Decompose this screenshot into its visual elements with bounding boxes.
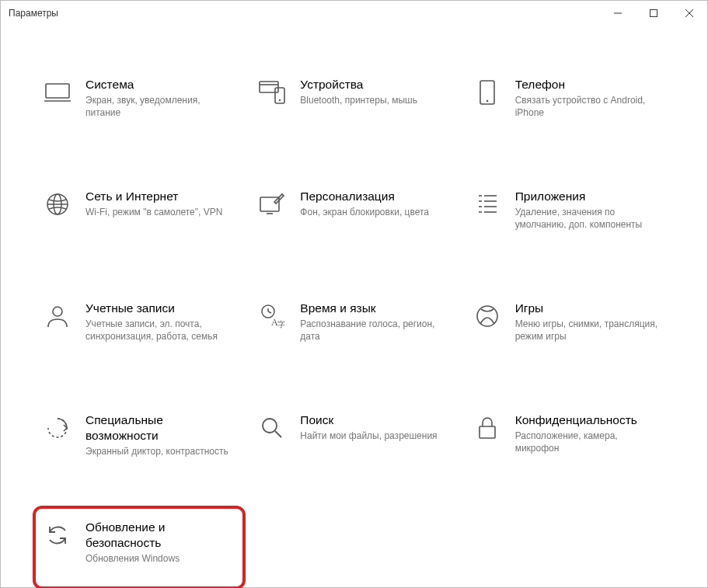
tile-title: Поиск (300, 412, 437, 428)
update-icon (44, 521, 71, 549)
svg-point-11 (486, 100, 488, 103)
tile-desc: Связать устройство с Android, iPhone (515, 94, 660, 119)
tile-apps[interactable]: Приложения Удаление, значения по умолчан… (473, 184, 664, 249)
svg-line-28 (268, 311, 271, 313)
settings-window: Параметры Система Экран, звук, (0, 0, 708, 588)
tile-desc: Bluetooth, принтеры, мышь (300, 94, 417, 106)
tile-title: Приложения (515, 189, 660, 204)
tile-title: Специальные возможности (85, 412, 230, 444)
tile-desc: Экран, звук, уведомления, питание (85, 94, 230, 119)
tile-network[interactable]: Сеть и Интернет Wi-Fi, режим "в самолете… (44, 184, 235, 249)
xbox-icon (473, 302, 501, 330)
tile-time-language[interactable]: A字 Время и язык Распознавание голоса, ре… (258, 296, 449, 361)
accounts-icon (44, 302, 71, 330)
window-controls (600, 1, 707, 26)
tile-privacy[interactable]: Конфиденциальность Расположение, камера,… (473, 408, 664, 473)
close-icon (685, 9, 693, 17)
content-area: Система Экран, звук, уведомления, питани… (1, 26, 707, 576)
titlebar: Параметры (1, 1, 707, 26)
tile-desc: Обновления Windows (85, 552, 233, 565)
tile-title: Устройства (300, 77, 417, 92)
minimize-button[interactable] (600, 1, 636, 26)
svg-rect-1 (650, 10, 657, 17)
tile-title: Персонализация (300, 189, 429, 204)
tile-desc: Расположение, камера, микрофон (515, 430, 660, 454)
settings-grid: Система Экран, звук, уведомления, питани… (44, 72, 664, 576)
svg-text:字: 字 (277, 320, 285, 329)
tile-title: Обновление и безопасность (85, 520, 235, 551)
time-language-icon: A字 (258, 302, 286, 330)
tile-desc: Найти мои файлы, разрешения (300, 430, 437, 442)
ease-of-access-icon (44, 414, 71, 442)
svg-point-25 (53, 307, 62, 316)
tile-title: Конфиденциальность (515, 412, 660, 428)
tile-desc: Учетные записи, эл. почта, синхронизация… (85, 318, 230, 343)
personalization-icon (258, 190, 286, 218)
tile-desc: Фон, экран блокировки, цвета (300, 206, 429, 218)
window-title: Параметры (9, 8, 58, 19)
tile-search[interactable]: Поиск Найти мои файлы, разрешения (258, 408, 449, 473)
tile-title: Телефон (515, 77, 660, 92)
phone-icon (473, 78, 501, 106)
tile-title: Сеть и Интернет (85, 189, 222, 204)
search-icon (258, 414, 286, 442)
svg-rect-34 (480, 426, 495, 438)
maximize-icon (650, 9, 657, 17)
tile-title: Игры (515, 301, 660, 316)
devices-icon (258, 78, 286, 106)
tile-desc: Меню игры, снимки, трансляция, режим игр… (515, 318, 660, 343)
tile-devices[interactable]: Устройства Bluetooth, принтеры, мышь (258, 72, 449, 137)
system-icon (44, 78, 71, 106)
globe-icon (44, 190, 71, 218)
tile-update-security[interactable]: Обновление и безопасность Обновления Win… (33, 506, 246, 588)
svg-point-9 (279, 99, 281, 101)
tile-desc: Удаление, значения по умолчанию, доп. ко… (515, 206, 660, 231)
tile-ease-of-access[interactable]: Специальные возможности Экранный диктор,… (44, 408, 235, 473)
svg-point-32 (263, 419, 277, 433)
tile-system[interactable]: Система Экран, звук, уведомления, питани… (44, 72, 235, 137)
svg-rect-4 (46, 84, 69, 98)
tile-desc: Распознавание голоса, регион, дата (300, 318, 445, 343)
maximize-button[interactable] (636, 1, 671, 26)
apps-icon (473, 190, 501, 218)
minimize-icon (614, 9, 622, 17)
tile-gaming[interactable]: Игры Меню игры, снимки, трансляция, режи… (473, 296, 664, 361)
tile-title: Система (85, 77, 230, 92)
tile-accounts[interactable]: Учетные записи Учетные записи, эл. почта… (44, 296, 235, 361)
lock-icon (473, 414, 501, 442)
tile-desc: Экранный диктор, контрастность (85, 445, 230, 458)
tile-desc: Wi-Fi, режим "в самолете", VPN (85, 206, 222, 218)
svg-line-33 (275, 431, 281, 437)
tile-personalization[interactable]: Персонализация Фон, экран блокировки, цв… (258, 184, 449, 249)
tile-phone[interactable]: Телефон Связать устройство с Android, iP… (473, 72, 664, 137)
close-button[interactable] (671, 1, 707, 26)
tile-title: Время и язык (300, 301, 445, 316)
tile-title: Учетные записи (85, 301, 230, 316)
